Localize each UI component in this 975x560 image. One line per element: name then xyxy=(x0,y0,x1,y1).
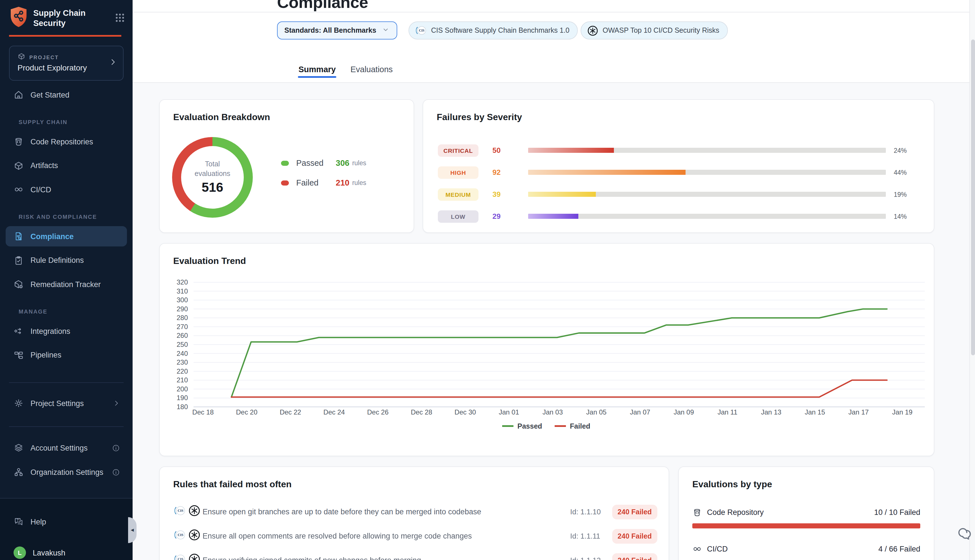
sidebar-item-code-repositories[interactable]: Code Repositories xyxy=(6,132,127,152)
severity-bar-fill xyxy=(528,148,614,153)
svg-text:Jan 03: Jan 03 xyxy=(543,408,563,416)
legend-label: Failed xyxy=(296,178,336,187)
severity-badge: LOW xyxy=(438,210,479,222)
tab-summary[interactable]: Summary xyxy=(298,57,336,82)
evaluation-breakdown-card: Evaluation Breakdown Total evaluations 5… xyxy=(159,99,414,233)
svg-text:320: 320 xyxy=(177,278,188,286)
help-chat-icon: ? xyxy=(13,517,24,527)
sidebar-item-integrations[interactable]: Integrations xyxy=(6,321,127,341)
rule-failed-badge: 240 Failed xyxy=(612,529,657,543)
svg-text:Jan 17: Jan 17 xyxy=(848,408,869,416)
benchmark-pill-owasp[interactable]: OWASP Top 10 CI/CD Security Risks xyxy=(581,22,728,40)
sidebar-item-organization-settings[interactable]: Organization Settings xyxy=(6,462,127,482)
benchmark-pill-label: OWASP Top 10 CI/CD Security Risks xyxy=(603,27,720,34)
sidebar-item-pipelines[interactable]: Pipelines xyxy=(6,345,127,365)
sidebar-divider xyxy=(9,382,124,383)
svg-text:CIS: CIS xyxy=(178,557,184,560)
evaluation-trend-chart: 1801902002102202302402502602702802903003… xyxy=(160,243,935,457)
home-icon xyxy=(13,90,24,100)
svg-text:220: 220 xyxy=(177,367,188,375)
nav-section-label: SUPPLY CHAIN xyxy=(18,117,133,126)
rule-row[interactable]: CISEnsure all open comments are resolved… xyxy=(173,524,657,548)
svg-text:Dec 20: Dec 20 xyxy=(236,408,257,416)
integration-icon xyxy=(13,326,24,336)
scrollbar-thumb[interactable] xyxy=(971,40,975,355)
app-logo: Supply Chain Security xyxy=(9,6,125,30)
legend-label: Passed xyxy=(296,158,336,167)
sidebar-item-help[interactable]: ? Help xyxy=(6,512,127,532)
repo-icon xyxy=(13,137,24,147)
rule-row[interactable]: CISEnsure verifying signed commits of ne… xyxy=(173,548,657,560)
sidebar-item-artifacts[interactable]: Artifacts xyxy=(6,155,127,176)
sidebar-item-label: Account Settings xyxy=(30,443,88,452)
owasp-logo-icon xyxy=(188,528,201,543)
nav-section-label: MANAGE xyxy=(18,307,133,316)
rules-list: CISEnsure open git branches are up to da… xyxy=(173,500,657,560)
legend-value: 306 xyxy=(336,158,349,167)
sidebar-item-ci-cd[interactable]: CI/CD xyxy=(6,179,127,200)
severity-bar-track xyxy=(528,170,886,175)
svg-text:Jan 19: Jan 19 xyxy=(892,408,912,416)
user-menu[interactable]: L Lavakush xyxy=(6,543,127,560)
svg-text:190: 190 xyxy=(177,394,188,402)
sidebar-item-account-settings[interactable]: Account Settings xyxy=(6,438,127,458)
avatar: L xyxy=(13,547,26,559)
rule-description: Ensure all open comments are resolved be… xyxy=(202,532,570,540)
sidebar-item-label: Get Started xyxy=(30,90,69,99)
sidebar-nav: Get StartedSUPPLY CHAINCode Repositories… xyxy=(0,85,133,369)
infinity-icon xyxy=(13,184,24,195)
sidebar-item-get-started[interactable]: Get Started xyxy=(6,85,127,105)
svg-text:Jan 01: Jan 01 xyxy=(499,408,519,416)
benchmark-pill-cis[interactable]: CIS CIS Software Supply Chain Benchmarks… xyxy=(409,22,578,40)
pipeline-icon xyxy=(13,350,24,360)
evaluation-donut-chart: Total evaluations 516 xyxy=(172,137,253,218)
standards-filter-dropdown[interactable]: Standards: All Benchmarks xyxy=(277,22,397,40)
rule-row[interactable]: CISEnsure open git branches are up to da… xyxy=(173,500,657,524)
page-scrollbar[interactable] xyxy=(969,0,975,560)
svg-text:180: 180 xyxy=(177,403,188,410)
app-grid-icon[interactable] xyxy=(115,13,125,25)
sidebar-item-compliance[interactable]: Compliance xyxy=(6,226,127,247)
boxwrench-icon xyxy=(13,279,24,289)
svg-text:Jan 15: Jan 15 xyxy=(805,408,825,416)
svg-text:Dec 28: Dec 28 xyxy=(411,408,432,416)
svg-text:Dec 26: Dec 26 xyxy=(367,408,389,416)
clipboard-icon xyxy=(13,255,24,265)
chat-support-icon[interactable] xyxy=(956,525,973,542)
card-title: Rules that failed most often xyxy=(173,479,292,490)
sidebar-item-label: Compliance xyxy=(30,232,73,240)
type-status: 10 / 10 Failed xyxy=(874,508,920,516)
sidebar-item-label: Organization Settings xyxy=(30,468,103,476)
severity-bars: CRITICAL5024%HIGH9244%MEDIUM3919%LOW2914… xyxy=(438,139,921,227)
rule-id: Id: 1.1.11 xyxy=(570,532,612,540)
legend-item-passed: Passed306rules xyxy=(281,156,405,170)
legend-value: 210 xyxy=(336,178,349,187)
type-bar xyxy=(692,523,920,528)
severity-percent: 44% xyxy=(894,169,921,176)
card-title: Failures by Severity xyxy=(437,112,522,122)
tab-evaluations[interactable]: Evaluations xyxy=(350,57,393,82)
sidebar-item-remediation-tracker[interactable]: Remediation Tracker xyxy=(6,274,127,294)
sidebar-item-project-settings[interactable]: Project Settings xyxy=(6,393,127,413)
rule-id: Id: 1.1.10 xyxy=(570,508,612,516)
sidebar-item-label: Artifacts xyxy=(30,161,58,170)
sidebar-item-rule-definitions[interactable]: Rule Definitions xyxy=(6,250,127,270)
evaluation-trend-card: Evaluation Trend 18019020021022023024025… xyxy=(159,243,934,456)
legend-unit: rules xyxy=(352,179,366,186)
severity-row-medium: MEDIUM3919% xyxy=(438,183,921,205)
evaluations-by-type-card: Evalutions by type Code Repository10 / 1… xyxy=(678,467,934,560)
svg-text:Dec 22: Dec 22 xyxy=(280,408,301,416)
severity-bar-fill xyxy=(528,214,578,219)
severity-row-critical: CRITICAL5024% xyxy=(438,139,921,161)
project-selector[interactable]: PROJECT Product Exploratory xyxy=(9,46,124,81)
svg-text:CIS: CIS xyxy=(178,533,184,537)
svg-text:Jan 09: Jan 09 xyxy=(674,408,694,416)
severity-row-high: HIGH9244% xyxy=(438,161,921,183)
svg-text:Passed: Passed xyxy=(518,422,542,430)
svg-text:Dec 30: Dec 30 xyxy=(454,408,476,416)
severity-count: 39 xyxy=(479,190,514,198)
svg-text:260: 260 xyxy=(177,332,188,339)
donut-legend: Passed306rulesFailed210rules xyxy=(281,156,405,196)
sidebar-item-label: Pipelines xyxy=(30,351,62,359)
owasp-logo-icon xyxy=(188,504,201,519)
